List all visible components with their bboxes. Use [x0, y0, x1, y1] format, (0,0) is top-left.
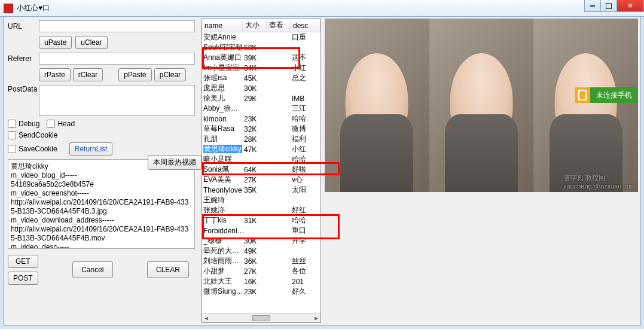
phone-icon — [575, 87, 590, 103]
returnlist-button[interactable]: ReturnList — [69, 142, 113, 156]
maximize-button[interactable] — [600, 0, 617, 12]
url-input[interactable] — [39, 20, 195, 32]
table-row[interactable]: Im小星宝宝34K小红 — [202, 63, 321, 73]
table-row[interactable]: Anna英娜口39K这不 — [202, 53, 321, 63]
left-panel: URL uPaste uClear Referer rPaste rClear … — [4, 17, 199, 325]
table-row[interactable]: 徐美儿29KIMB — [202, 93, 321, 103]
connection-label: 未连接手机 — [590, 87, 638, 103]
table-row[interactable]: 庞思思30K — [202, 83, 321, 93]
table-row[interactable]: 孔朋28K福利 — [202, 134, 321, 144]
video-grid[interactable]: name 大小 查看 desc 安妮Annie口重Souki宝宝秘58KAnna… — [202, 19, 321, 323]
watermark: 查字典 教程网jiaocheng.chazidian.com — [564, 173, 636, 190]
table-row[interactable]: 安妮Annie口重 — [202, 32, 321, 42]
preview-image-3: 查字典 教程网jiaocheng.chazidian.com — [533, 19, 638, 192]
cancel-button[interactable]: Cancel — [72, 261, 112, 278]
app-icon — [4, 4, 13, 13]
col-size[interactable]: 大小 — [243, 20, 267, 31]
postdata-input[interactable] — [39, 85, 195, 116]
preview-pane: 查字典 教程网jiaocheng.chazidian.com — [325, 19, 638, 192]
postdata-label: PostData — [8, 85, 39, 93]
url-label: URL — [8, 22, 39, 31]
table-row[interactable]: Sonia佩64K好啦 — [202, 164, 321, 175]
table-row[interactable]: kimoon23K哈哈 — [202, 114, 321, 124]
scroll-left-icon[interactable]: ◄ — [202, 314, 210, 322]
table-row[interactable]: 丁丁kis31K哈哈 — [202, 215, 321, 226]
table-row[interactable]: 张瑶isa45K总之 — [202, 73, 321, 83]
savecookie-checkbox[interactable]: SaveCookie — [8, 145, 57, 153]
ppaste-button[interactable]: pPaste — [118, 68, 151, 81]
scroll-right-icon[interactable]: ► — [312, 314, 321, 322]
upaste-button[interactable]: uPaste — [39, 36, 72, 49]
table-row[interactable]: 北娃大王16K201 — [202, 276, 321, 287]
table-row[interactable]: 草莓Rasa32K微博 — [202, 124, 321, 134]
window-controls — [585, 0, 644, 12]
preview-image-1 — [325, 19, 429, 192]
table-row[interactable]: 刘培雨雨…36K丝丝 — [202, 256, 321, 266]
output-textarea[interactable]: 黄思琦cikky m_video_blog_id----- 54189ca6a5… — [8, 159, 195, 249]
table-row[interactable]: 暗小足联哈哈 — [202, 154, 321, 164]
table-row[interactable]: 晕死的大…49K — [202, 246, 321, 256]
table-row[interactable]: 微博Siung…23K好久 — [202, 287, 321, 297]
debug-checkbox[interactable]: Debug — [8, 120, 39, 128]
get-button[interactable]: GET — [8, 255, 38, 268]
grid-body[interactable]: 安妮Annie口重Souki宝宝秘58KAnna英娜口39K这不Im小星宝宝34… — [202, 32, 321, 313]
workspace: URL uPaste uClear Referer rPaste rClear … — [4, 17, 640, 325]
table-row[interactable]: Souki宝宝秘58K — [202, 42, 321, 53]
minimize-button[interactable] — [584, 0, 601, 12]
col-name[interactable]: name — [202, 22, 243, 30]
scroll-thumb[interactable] — [252, 315, 270, 321]
title-bar: 小红心♥口 — [0, 0, 644, 17]
uclear-button[interactable]: uClear — [75, 36, 107, 49]
table-row[interactable]: EVA美美27Kv心 — [202, 175, 321, 185]
head-checkbox[interactable]: Head — [47, 120, 75, 128]
sendcookie-checkbox[interactable]: SendCookie — [8, 131, 57, 139]
connection-status[interactable]: 未连接手机 — [575, 87, 638, 103]
col-view[interactable]: 查看 — [267, 20, 291, 31]
table-row[interactable]: Forbiddenl…重口 — [202, 226, 321, 236]
pclear-button[interactable]: pClear — [154, 68, 186, 81]
preview-image-2 — [429, 19, 534, 192]
grid-header: name 大小 查看 desc — [202, 19, 321, 32]
table-row[interactable]: 小甜梦27K各位 — [202, 266, 321, 276]
table-row[interactable]: 王婉绮 — [202, 195, 321, 205]
referer-label: Referer — [8, 54, 39, 63]
referer-input[interactable] — [39, 53, 195, 65]
rclear-button[interactable]: rClear — [73, 68, 103, 81]
table-row[interactable]: 张姚沵好红 — [202, 205, 321, 215]
hot-video-button[interactable]: 本周最热视频 — [148, 155, 202, 170]
table-row[interactable]: 黄思琦cikky47K小红 — [202, 144, 321, 154]
table-row[interactable]: Theonlylove35K太阳 — [202, 185, 321, 195]
window-title: 小红心♥口 — [17, 3, 644, 13]
col-desc[interactable]: desc — [291, 22, 321, 30]
table-row[interactable]: Abby_徐…三江 — [202, 103, 321, 114]
rpaste-button[interactable]: rPaste — [39, 68, 71, 81]
grid-h-scrollbar[interactable]: ◄ ► — [202, 313, 321, 322]
grid-panel: name 大小 查看 desc 安妮Annie口重Souki宝宝秘58KAnna… — [202, 19, 321, 323]
post-button[interactable]: POST — [8, 272, 38, 285]
clear-button[interactable]: CLEAR — [147, 261, 189, 278]
close-button[interactable] — [616, 0, 644, 12]
table-row[interactable]: _穆穆30K开学 — [202, 236, 321, 246]
